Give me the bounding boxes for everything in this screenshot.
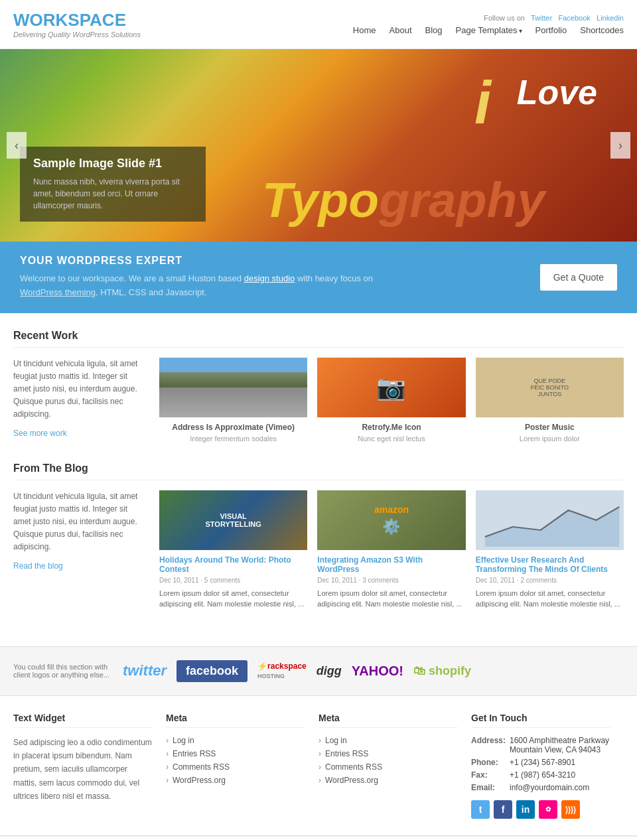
blog-excerpt-3: Lorem ipsum dolor sit amet, consectetur … [476, 588, 624, 610]
banner-title: YOUR WORDPRESS EXPERT [20, 255, 405, 267]
blog-image-3 [476, 490, 624, 550]
slider-i-letter: i [474, 69, 491, 137]
blog-section-title: From The Blog [13, 462, 624, 480]
slider-caption: Sample Image Slide #1 Nunc massa nibh, v… [20, 147, 206, 222]
fax-label: Fax: [471, 770, 504, 780]
blog-item: Effective User Research And Transforming… [476, 490, 624, 610]
slider-title: Sample Image Slide #1 [33, 157, 192, 171]
logo-space: SPACE [68, 10, 126, 30]
main-nav: Home About Blog Page Templates Portfolio… [353, 25, 624, 35]
nav-portfolio[interactable]: Portfolio [535, 25, 567, 35]
contact-phone-row: Phone: +1 (234) 567-8901 [471, 758, 610, 767]
nav-shortcodes[interactable]: Shortcodes [580, 25, 624, 35]
blog-title-2: Integrating Amazon S3 With WordPress [317, 555, 465, 574]
address-label: Address: [471, 736, 504, 754]
footer-col1-text: Sed adipiscing leo a odio condimentum in… [13, 736, 153, 804]
contact-email-row: Email: info@yourdomain.com [471, 783, 610, 792]
slider-next-button[interactable]: › [610, 132, 630, 159]
logos-strip: You could fill this section with client … [0, 646, 637, 696]
footer-twitter-icon[interactable]: t [471, 800, 490, 819]
logo-facebook[interactable]: facebook [177, 660, 248, 682]
footer-widgets: Text Widget Sed adipiscing leo a odio co… [0, 696, 637, 836]
blog-item: amazon ⚙️ Integrating Amazon S3 With Wor… [317, 490, 465, 610]
recent-work-title: Recent Work [13, 330, 624, 348]
portfolio-sub-2: Nunc eget nisl lectus [317, 435, 465, 443]
footer-flickr-icon[interactable]: ✿ [539, 800, 557, 819]
see-more-work-link[interactable]: See more work [13, 429, 67, 438]
logo-twitter[interactable]: twitter [123, 662, 167, 679]
contact-fax-row: Fax: +1 (987) 654-3210 [471, 770, 610, 780]
banner-link-design[interactable]: design studio [244, 273, 295, 283]
portfolio-sub-3: Lorem ipsum dolor [476, 435, 624, 443]
banner-link-wp[interactable]: WordPress theming [20, 287, 96, 297]
blog-excerpt-2: Lorem ipsum dolor sit amet, consectetur … [317, 588, 465, 610]
portfolio-image-street [159, 358, 307, 417]
follow-twitter-link[interactable]: Twitter [531, 14, 552, 22]
read-blog-link[interactable]: Read the blog [13, 561, 63, 571]
portfolio-grid: Address Is Approximate (Vimeo) Integer f… [159, 358, 624, 443]
recent-work-section: Recent Work Ut tincidunt vehicula ligula… [0, 313, 637, 646]
footer-meta-item: Comments RSS [318, 762, 458, 772]
footer-facebook-icon[interactable]: f [494, 800, 512, 819]
blog-image-1: VISUALSTORYTELLING [159, 490, 307, 550]
address-value: 1600 Amphitheatre Parkway Mountain View,… [510, 736, 610, 754]
logo-rackspace[interactable]: ⚡rackspaceHOSTING [257, 662, 307, 680]
footer-meta-list-2: Log in Entries RSS Comments RSS WordPres… [318, 736, 458, 785]
promo-banner: YOUR WORDPRESS EXPERT Welcome to our wor… [0, 242, 637, 313]
blog-grid: VISUALSTORYTELLING Holidays Around The W… [159, 490, 624, 610]
logo-shopify[interactable]: 🛍 shopify [413, 664, 471, 678]
blog-image-2: amazon ⚙️ [317, 490, 465, 550]
footer-meta-item: Entries RSS [166, 749, 305, 758]
footer-meta-list-1: Log in Entries RSS Comments RSS WordPres… [166, 736, 305, 785]
footer-linkedin-icon[interactable]: in [516, 800, 535, 819]
footer-bottom: © 2016 Workspace. All rights reserved. P… [0, 836, 637, 840]
footer-widget-text: Text Widget Sed adipiscing leo a odio co… [13, 713, 166, 819]
follow-label: Follow us on Twitter Facebook Linkedin [353, 14, 624, 22]
footer-col4-title: Get In Touch [471, 713, 610, 728]
follow-facebook-link[interactable]: Facebook [559, 14, 591, 22]
nav-page-templates[interactable]: Page Templates [456, 25, 522, 35]
slider-desc: Nunc massa nibh, viverra viverra porta s… [33, 176, 192, 212]
logo-yahoo[interactable]: YAHOO! [352, 664, 403, 679]
follow-linkedin-link[interactable]: Linkedin [597, 14, 624, 22]
slider-typography-text: Typography [262, 171, 545, 228]
footer-meta-item: Log in [166, 736, 305, 745]
email-value: info@yourdomain.com [510, 783, 589, 792]
nav-home[interactable]: Home [353, 25, 376, 35]
portfolio-title-3: Poster Music [476, 423, 624, 432]
nav-blog[interactable]: Blog [425, 25, 443, 35]
portfolio-item: 📷 Retrofy.Me Icon Nunc eget nisl lectus [317, 358, 465, 443]
logo-digg[interactable]: digg [317, 664, 342, 678]
portfolio-sub-1: Integer fermentum sodales [159, 435, 307, 443]
blog-meta-2: Dec 10, 2011 · 3 comments [317, 577, 465, 584]
portfolio-title-1: Address Is Approximate (Vimeo) [159, 423, 307, 432]
footer-meta-item: Entries RSS [318, 749, 458, 758]
email-label: Email: [471, 783, 504, 792]
fax-value: +1 (987) 654-3210 [510, 770, 575, 780]
blog-desc: Ut tincidunt vehicula ligula, sit amet f… [13, 490, 146, 554]
phone-value: +1 (234) 567-8901 [510, 758, 575, 767]
footer-rss-icon[interactable]: )))) [561, 800, 580, 819]
logos-list: twitter facebook ⚡rackspaceHOSTING digg … [123, 660, 471, 682]
portfolio-item: Address Is Approximate (Vimeo) Integer f… [159, 358, 307, 443]
footer-widget-meta-1: Meta Log in Entries RSS Comments RSS Wor… [166, 713, 318, 819]
portfolio-title-2: Retrofy.Me Icon [317, 423, 465, 432]
site-logo: WORKSPACE [13, 10, 141, 31]
nav-about[interactable]: About [389, 25, 412, 35]
banner-desc: Welcome to our workspace. We are a small… [20, 272, 405, 300]
logo-work: WORK [13, 10, 68, 30]
portfolio-item: QUE PODEFEIC BONITOJUNTOS Poster Music L… [476, 358, 624, 443]
footer-meta-item: WordPress.org [318, 776, 458, 785]
portfolio-image-poster: QUE PODEFEIC BONITOJUNTOS [476, 358, 624, 417]
recent-work-desc-col: Ut tincidunt vehicula ligula, sit amet f… [13, 358, 146, 443]
footer-col2-title: Meta [166, 713, 305, 728]
footer-col1-title: Text Widget [13, 713, 153, 728]
footer-meta-item: Log in [318, 736, 458, 745]
blog-meta-3: Dec 10, 2011 · 2 comments [476, 577, 624, 584]
get-quote-button[interactable]: Get a Quote [540, 264, 617, 291]
blog-title-1: Holidays Around The World: Photo Contest [159, 555, 307, 574]
portfolio-image-camera: 📷 [317, 358, 465, 417]
logo-tagline: Delivering Quality WordPress Solutions [13, 31, 141, 38]
phone-label: Phone: [471, 758, 504, 767]
slider-prev-button[interactable]: ‹ [7, 132, 27, 159]
